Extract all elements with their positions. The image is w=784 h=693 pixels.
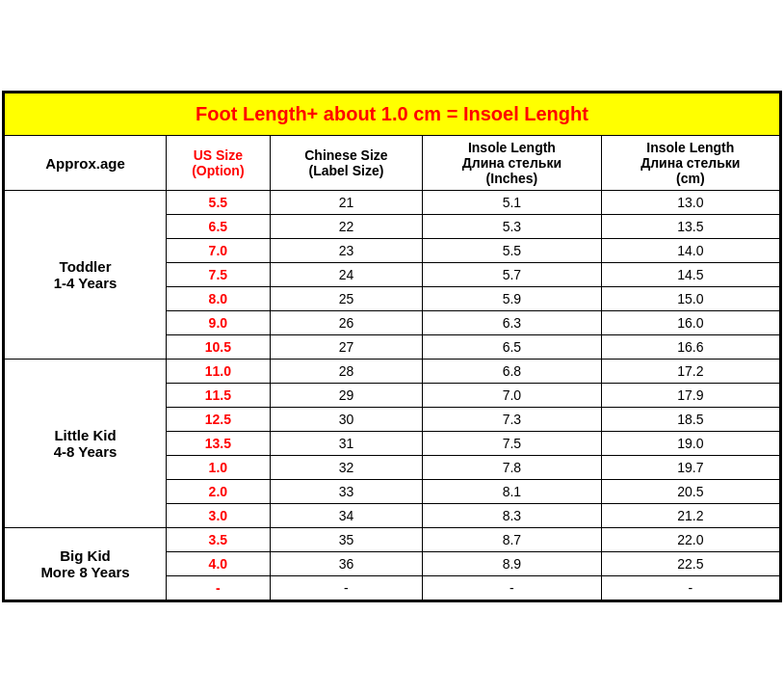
- insole-cm-cell: 14.0: [601, 239, 779, 263]
- insole-cm-cell: 16.6: [601, 335, 779, 360]
- us-size-cell: 2.0: [167, 480, 271, 504]
- us-size-cell: 12.5: [167, 408, 271, 432]
- us-size-cell: 5.5: [167, 191, 271, 215]
- col-us-size: US Size (Option): [167, 136, 271, 191]
- age-group-0: Toddler 1-4 Years: [5, 191, 167, 360]
- us-size-cell: 7.5: [167, 263, 271, 287]
- insole-cm-cell: 22.0: [601, 528, 779, 552]
- insole-inches-cell: 8.1: [423, 480, 601, 504]
- insole-cm-cell: 22.5: [601, 552, 779, 576]
- col-insole-cm: Insole Length Длина стельки (cm): [601, 136, 779, 191]
- insole-cm-cell: 13.5: [601, 215, 779, 239]
- col-insole-cm-line3: (cm): [676, 171, 705, 186]
- insole-cm-cell: 19.7: [601, 456, 779, 480]
- us-size-cell: -: [167, 576, 271, 600]
- col-insole-in-line3: (Inches): [486, 171, 538, 186]
- chinese-size-cell: 25: [270, 287, 423, 311]
- chinese-size-cell: 26: [270, 311, 423, 335]
- insole-inches-cell: 8.9: [423, 552, 601, 576]
- chinese-size-cell: 22: [270, 215, 423, 239]
- insole-inches-cell: 6.3: [423, 311, 601, 335]
- chinese-size-cell: -: [270, 576, 423, 600]
- chinese-size-cell: 31: [270, 432, 423, 456]
- chinese-size-cell: 27: [270, 335, 423, 360]
- table-row: Toddler 1-4 Years5.5215.113.0: [5, 191, 780, 215]
- insole-cm-cell: 14.5: [601, 263, 779, 287]
- col-approx-age: Approx.age: [5, 136, 167, 191]
- us-size-cell: 4.0: [167, 552, 271, 576]
- size-chart-table: Foot Length+ about 1.0 cm = Insoel Lengh…: [4, 93, 780, 600]
- us-size-cell: 9.0: [167, 311, 271, 335]
- insole-cm-cell: -: [601, 576, 779, 600]
- insole-inches-cell: 7.8: [423, 456, 601, 480]
- us-size-cell: 7.0: [167, 239, 271, 263]
- chinese-size-cell: 24: [270, 263, 423, 287]
- size-chart-wrapper: Foot Length+ about 1.0 cm = Insoel Lengh…: [2, 91, 782, 602]
- insole-cm-cell: 18.5: [601, 408, 779, 432]
- insole-cm-cell: 16.0: [601, 311, 779, 335]
- insole-inches-cell: 5.9: [423, 287, 601, 311]
- table-row: Big Kid More 8 Years3.5358.722.0: [5, 528, 780, 552]
- col-chinese-size: Chinese Size (Label Size): [270, 136, 423, 191]
- chinese-size-cell: 29: [270, 384, 423, 408]
- insole-inches-cell: 8.3: [423, 504, 601, 528]
- insole-cm-cell: 15.0: [601, 287, 779, 311]
- age-group-1: Little Kid 4-8 Years: [5, 360, 167, 528]
- insole-inches-cell: 8.7: [423, 528, 601, 552]
- insole-inches-cell: 5.1: [423, 191, 601, 215]
- col-insole-in-line1: Insole Length: [468, 140, 556, 155]
- chart-title: Foot Length+ about 1.0 cm = Insoel Lengh…: [5, 93, 780, 136]
- insole-inches-cell: 7.5: [423, 432, 601, 456]
- chinese-size-cell: 33: [270, 480, 423, 504]
- us-size-cell: 1.0: [167, 456, 271, 480]
- chinese-size-cell: 34: [270, 504, 423, 528]
- insole-cm-cell: 13.0: [601, 191, 779, 215]
- chinese-size-cell: 28: [270, 360, 423, 384]
- us-size-cell: 6.5: [167, 215, 271, 239]
- us-size-cell: 3.0: [167, 504, 271, 528]
- us-size-cell: 8.0: [167, 287, 271, 311]
- insole-inches-cell: 5.5: [423, 239, 601, 263]
- insole-cm-cell: 17.9: [601, 384, 779, 408]
- col-insole-cm-line2: Длина стельки: [640, 155, 740, 171]
- age-group-2: Big Kid More 8 Years: [5, 528, 167, 600]
- insole-cm-cell: 21.2: [601, 504, 779, 528]
- us-size-cell: 11.0: [167, 360, 271, 384]
- col-us-size-line2: (Option): [192, 163, 244, 178]
- insole-cm-cell: 19.0: [601, 432, 779, 456]
- col-insole-cm-line1: Insole Length: [646, 140, 734, 155]
- insole-inches-cell: 6.8: [423, 360, 601, 384]
- chinese-size-cell: 23: [270, 239, 423, 263]
- col-chinese-line2: (Label Size): [309, 163, 384, 178]
- table-row: Little Kid 4-8 Years11.0286.817.2: [5, 360, 780, 384]
- insole-inches-cell: 5.3: [423, 215, 601, 239]
- chinese-size-cell: 30: [270, 408, 423, 432]
- insole-inches-cell: 7.0: [423, 384, 601, 408]
- insole-inches-cell: -: [423, 576, 601, 600]
- chinese-size-cell: 21: [270, 191, 423, 215]
- chinese-size-cell: 32: [270, 456, 423, 480]
- chinese-size-cell: 36: [270, 552, 423, 576]
- us-size-cell: 3.5: [167, 528, 271, 552]
- insole-cm-cell: 17.2: [601, 360, 779, 384]
- col-chinese-line1: Chinese Size: [304, 147, 387, 163]
- us-size-cell: 10.5: [167, 335, 271, 360]
- chinese-size-cell: 35: [270, 528, 423, 552]
- insole-inches-cell: 5.7: [423, 263, 601, 287]
- col-us-size-line1: US Size: [194, 147, 243, 163]
- col-insole-inches: Insole Length Длина стельки (Inches): [423, 136, 601, 191]
- col-insole-in-line2: Длина стельки: [462, 155, 562, 171]
- insole-inches-cell: 6.5: [423, 335, 601, 360]
- us-size-cell: 11.5: [167, 384, 271, 408]
- insole-inches-cell: 7.3: [423, 408, 601, 432]
- insole-cm-cell: 20.5: [601, 480, 779, 504]
- us-size-cell: 13.5: [167, 432, 271, 456]
